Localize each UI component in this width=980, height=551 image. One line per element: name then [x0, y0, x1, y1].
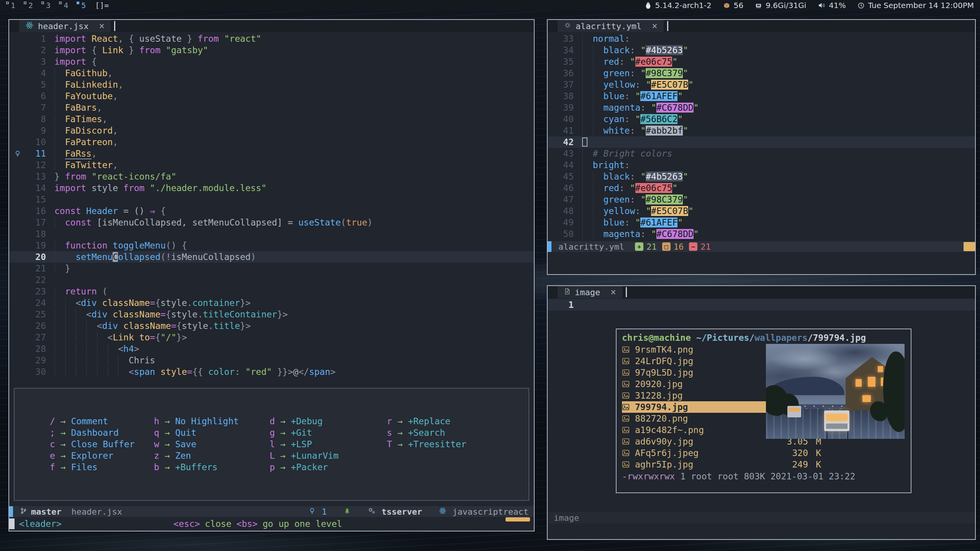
code-line[interactable]: 28 <h4> — [9, 343, 534, 355]
whichkey-item[interactable]: T → +Treesitter — [387, 438, 528, 450]
file-size: 320 — [777, 448, 808, 458]
code-line[interactable]: 9 FaDiscord, — [9, 125, 534, 136]
whichkey-item[interactable]: q → Quit — [154, 427, 270, 438]
code-line[interactable]: 17 const [isMenuCollapsed, setMenuCollap… — [9, 217, 534, 228]
code-line[interactable]: 3import { — [9, 56, 534, 67]
indent-guide — [54, 321, 65, 331]
workspace-2[interactable]: 2 — [24, 1, 33, 10]
code-line[interactable]: 10 FaPatreon, — [9, 136, 534, 148]
whichkey-item[interactable] — [387, 450, 528, 461]
volume-module[interactable]: 41% — [818, 1, 846, 10]
code-line[interactable]: 25 <div className={style.titleContainer}… — [9, 309, 534, 320]
whichkey-item[interactable]: l → +LSP — [270, 438, 387, 450]
whichkey-item[interactable]: d → +Debug — [270, 415, 387, 427]
file-row[interactable]: aghr5Ip.jpg249K — [622, 459, 821, 470]
cmdline[interactable]: <leader> <esc>close<bs>go up one level — [9, 517, 534, 531]
close-icon[interactable]: × — [99, 21, 104, 31]
close-icon[interactable]: × — [652, 21, 657, 31]
code-text: blue: "#61AFEF" — [574, 217, 683, 228]
code-line[interactable]: 39 magenta: "#C678DD" — [548, 102, 975, 113]
whichkey-item[interactable]: / → Comment — [50, 415, 154, 427]
code-line[interactable]: 37 yellow: "#E5C07B" — [548, 79, 975, 90]
tab-header-jsx[interactable]: header.jsx × — [19, 20, 111, 32]
code-line[interactable]: 8 FaTimes, — [9, 113, 534, 125]
code-line[interactable]: 20 setMenuCollapsed(!isMenuCollapsed) — [9, 251, 534, 263]
gutter-sign — [9, 44, 26, 56]
buffer-area[interactable]: 1 — [548, 298, 975, 311]
whichkey-item[interactable]: f → Files — [50, 461, 154, 473]
code-line[interactable]: 47 green: "#98C379" — [548, 194, 975, 205]
code-line[interactable]: 1 — [548, 299, 975, 311]
code-line[interactable]: 23 return ( — [9, 286, 534, 297]
workspace-1[interactable]: 1 — [6, 1, 15, 10]
close-icon[interactable]: × — [610, 287, 616, 298]
tab-alacritty-yml[interactable]: alacritty.yml × — [558, 20, 664, 32]
code-line[interactable]: 26 <div className={style.title}> — [9, 320, 534, 332]
code-line[interactable]: 4 FaGithub, — [9, 67, 534, 79]
code-line[interactable]: 11 FaRss, — [9, 148, 534, 159]
code-line[interactable]: 41 white: "#abb2bf" — [548, 125, 975, 136]
code-line[interactable]: 22 — [9, 274, 534, 286]
code-line[interactable]: 24 <div className={style.container}> — [9, 297, 534, 309]
line-number: 48 — [554, 205, 574, 217]
whichkey-item[interactable]: e → Explorer — [50, 450, 154, 461]
code-line[interactable]: 33 normal: — [548, 33, 975, 44]
workspace-3[interactable]: 3 — [41, 1, 51, 10]
code-line[interactable]: 46 red: "#e06c75" — [548, 182, 975, 194]
workspace-5[interactable]: 5 — [77, 1, 86, 10]
code-line[interactable]: 40 cyan: "#56B6C2" — [548, 113, 975, 125]
code-line[interactable]: 14import style from "./header.module.les… — [9, 182, 534, 194]
whichkey-item[interactable]: w → Save — [154, 438, 270, 450]
code-line[interactable]: 2import { Link } from "gatsby" — [9, 44, 534, 56]
whichkey-item[interactable]: ; → Dashboard — [50, 427, 154, 438]
code-line[interactable]: 15 — [9, 194, 534, 205]
code-line[interactable]: 49 blue: "#61AFEF" — [548, 217, 975, 228]
code-line[interactable]: 7 FaBars, — [9, 102, 534, 113]
file-row[interactable]: AFq5r6j.jpeg320K — [622, 447, 821, 459]
code-text: normal: — [574, 33, 630, 44]
git-branch[interactable]: master — [31, 507, 61, 517]
code-line[interactable]: 27 <Link to={"/"}> — [9, 332, 534, 343]
code-line[interactable]: 30 <span style={{ color: "red" }}>@</spa… — [9, 366, 534, 378]
whichkey-item[interactable]: g → +Git — [270, 427, 387, 438]
code-line[interactable]: 12 FaTwitter, — [9, 159, 534, 171]
whichkey-key: e — [50, 451, 55, 461]
code-line[interactable]: 44 bright: — [548, 159, 975, 171]
line-number: 45 — [554, 171, 574, 182]
code-line[interactable]: 48 yellow: "#E5C07B" — [548, 205, 975, 217]
tab-image[interactable]: image × — [558, 286, 622, 298]
code-line[interactable]: 5 FaLinkedin, — [9, 79, 534, 90]
code-line[interactable]: 21 } — [9, 263, 534, 274]
code-line[interactable]: 19 function toggleMenu() { — [9, 240, 534, 251]
code-line[interactable]: 1import React, { useState } from "react" — [9, 33, 534, 44]
code-line[interactable]: 45 black: "#4b5263" — [548, 171, 975, 182]
code-area-alacritty[interactable]: 33 normal:34 black: "#4b5263"35 red: "#e… — [548, 32, 975, 241]
code-line[interactable]: 35 red: "#e06c75" — [548, 56, 975, 67]
code-line[interactable]: 34 black: "#4b5263" — [548, 44, 975, 56]
code-line[interactable]: 38 blue: "#61AFEF" — [548, 90, 975, 102]
whichkey-item[interactable]: s → +Search — [387, 427, 528, 438]
code-line[interactable]: 50 magenta: "#C678DD" — [548, 228, 975, 240]
whichkey-item[interactable] — [387, 461, 528, 473]
code-line[interactable]: 6 FaYoutube, — [9, 90, 534, 102]
code-line[interactable]: 16const Header = () ⇒ { — [9, 205, 534, 217]
whichkey-item[interactable]: h → No Highlight — [154, 415, 270, 427]
whichkey-item[interactable]: c → Close Buffer — [50, 438, 154, 450]
code-line[interactable]: 42 — [548, 136, 975, 148]
scrollbar-thumb[interactable] — [964, 242, 975, 251]
code-line[interactable]: 36 green: "#98C379" — [548, 67, 975, 79]
workspace-4[interactable]: 4 — [59, 1, 68, 10]
scrollbar-thumb[interactable] — [506, 517, 530, 522]
code-token: yellow — [603, 206, 635, 216]
whichkey-item[interactable]: L → +LunarVim — [270, 450, 387, 461]
whichkey-item[interactable]: b → +Buffers — [154, 461, 270, 473]
code-line[interactable]: 43 # Bright colors — [548, 148, 975, 159]
arrow-icon: → — [159, 416, 175, 426]
code-line[interactable]: 13} from "react-icons/fa" — [9, 171, 534, 182]
code-token — [625, 183, 630, 193]
code-line[interactable]: 29 Chris — [9, 355, 534, 366]
whichkey-item[interactable]: p → +Packer — [270, 461, 387, 473]
whichkey-item[interactable]: r → +Replace — [387, 415, 528, 427]
code-line[interactable]: 18 — [9, 228, 534, 240]
whichkey-item[interactable]: z → Zen — [154, 450, 270, 461]
